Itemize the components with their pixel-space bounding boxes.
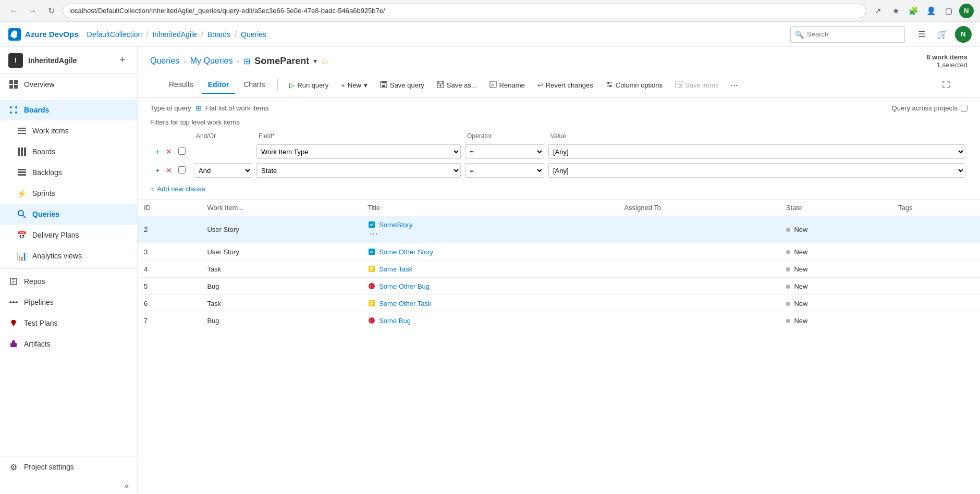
search-icon: 🔍 [795,30,804,39]
state-text: New [794,265,807,273]
sidebar-collapse-button[interactable]: « [0,477,137,494]
sidebar-item-repos[interactable]: Repos [0,271,137,292]
sidebar-item-overview[interactable]: Overview [0,74,137,95]
tab-results[interactable]: Results [163,76,200,94]
work-item-title-link[interactable]: ! Some Bug [368,316,611,325]
filter-field-select[interactable]: State [256,163,461,178]
cell-title: ! Some Bug [361,312,618,329]
sidebar-item-analytics-views[interactable]: 📊 Analytics views [0,245,137,266]
breadcrumb-inherited-agile[interactable]: InheritedAgile [152,30,197,39]
profile-icon[interactable]: 👤 [924,4,938,18]
bookmark-icon[interactable]: ★ [888,4,903,18]
work-item-title-link[interactable]: Some Other Task [368,299,611,307]
filter-field-select[interactable]: Work Item Type [256,144,461,159]
work-item-title-link[interactable]: Some Task [368,265,611,273]
sidebar-item-boards-header[interactable]: Boards [0,100,137,120]
filter-add-btn[interactable]: + [152,165,163,176]
add-clause-button[interactable]: + Add new clause [150,185,967,193]
table-row[interactable]: 7 Bug ! Some Bug New [138,312,980,329]
selected-count: 1 selected [937,61,967,69]
filter-remove-btn[interactable]: ✕ [164,165,174,176]
row-ellipsis-button[interactable]: ⋯ [368,228,380,239]
rename-button[interactable]: A Rename [484,78,530,93]
query-across-checkbox[interactable] [961,105,967,112]
page-title-star-icon[interactable]: ☆ [321,56,328,66]
breadcrumb-default-collection[interactable]: DefaultCollection [87,30,142,39]
search-box[interactable]: 🔍 [790,26,905,43]
revert-changes-button[interactable]: ↩ Revert changes [532,78,598,92]
filter-andor-select[interactable]: AndOr [194,163,252,178]
tab-editor[interactable]: Editor [202,76,235,94]
sidebar-item-backlogs[interactable]: Backlogs [0,162,137,183]
share-icon[interactable]: ↗ [871,4,885,18]
sidebar-item-sprints[interactable]: ⚡ Sprints [0,183,137,204]
sidebar-item-artifacts[interactable]: Artifacts [0,334,137,354]
user-avatar[interactable]: N [955,26,972,43]
filter-row-checkbox[interactable] [178,147,186,155]
back-button[interactable]: ← [6,4,21,18]
breadcrumb-boards[interactable]: Boards [207,30,230,39]
table-row[interactable]: 2 User Story SomeStory ⋯ New [138,216,980,243]
tab-charts[interactable]: Charts [237,76,271,94]
svg-point-39 [369,283,375,289]
forward-button[interactable]: → [25,4,40,18]
sidebar-item-work-items[interactable]: Work items [0,120,137,141]
sidebar-item-delivery-plans[interactable]: 📅 Delivery Plans [0,225,137,245]
breadcrumb-my-queries-link[interactable]: My Queries [190,56,233,66]
state-text: New [794,282,807,290]
cell-title: SomeStory ⋯ [361,216,618,243]
browser-chrome: ← → ↻ localhost/DefaultCollection/Inheri… [0,0,980,22]
cell-work-item-type: User Story [201,243,361,261]
artifacts-icon [8,339,19,349]
cell-tags [892,278,980,295]
boards-label: Boards [32,147,55,156]
sidebar-item-project-settings[interactable]: ⚙ Project settings [0,456,137,477]
search-input[interactable] [807,30,900,38]
work-item-title-link[interactable]: ! Some Other Bug [368,282,611,290]
sidebar-item-boards[interactable]: Boards [0,141,137,162]
work-item-title-link[interactable]: SomeStory [368,220,611,229]
extension-icon[interactable]: 🧩 [906,4,921,18]
save-query-button[interactable]: Save query [375,78,430,93]
backlogs-icon [17,167,27,178]
cell-state: New [780,278,892,295]
sidebar-add-button[interactable]: + [116,54,129,67]
reload-button[interactable]: ↻ [44,4,58,18]
new-button[interactable]: + New ▾ [336,78,373,92]
filter-remove-btn[interactable]: ✕ [164,146,174,157]
filter-value-select[interactable]: [Any] [548,163,965,178]
filters-header-text: Filters for top level work items [150,118,240,126]
address-bar[interactable]: localhost/DefaultCollection/InheritedAgi… [63,4,866,18]
filter-row-checkbox[interactable] [178,166,186,174]
filter-value-select[interactable]: [Any] [548,144,965,159]
bag-icon[interactable]: 🛒 [934,26,951,43]
browser-user-avatar[interactable]: N [959,4,974,18]
table-row[interactable]: 4 Task Some Task New [138,261,980,278]
table-row[interactable]: 3 User Story Some Other Story New [138,243,980,261]
window-icon[interactable]: ▢ [941,4,956,18]
filter-operator-select[interactable]: = [465,144,544,159]
sidebar-item-queries[interactable]: Queries [0,204,137,225]
table-row[interactable]: 5 Bug ! Some Other Bug New [138,278,980,295]
list-icon[interactable]: ☰ [913,26,930,43]
filter-add-btn[interactable]: + [152,146,163,157]
column-options-button[interactable]: Column options [601,78,668,93]
page-title-chevron-icon[interactable]: ▾ [313,57,317,65]
sidebar-item-test-plans[interactable]: Test Plans [0,313,137,334]
breadcrumb-queries-link[interactable]: Queries [150,56,179,66]
svg-rect-9 [18,130,26,131]
sidebar-item-pipelines[interactable]: Pipelines [0,292,137,313]
more-options-button[interactable]: ⋯ [726,78,743,92]
work-item-title-link[interactable]: Some Other Story [368,248,611,256]
breadcrumb-queries[interactable]: Queries [241,30,266,39]
cell-id: 4 [138,261,201,278]
page-title: SomeParent [254,56,309,67]
save-as-button[interactable]: Save as... [432,78,482,93]
revert-icon: ↩ [537,81,543,89]
save-items-button[interactable]: Save items [670,78,724,93]
filter-operator-select[interactable]: = [465,163,544,178]
table-row[interactable]: 6 Task Some Other Task New [138,295,980,312]
expand-icon [942,81,950,90]
expand-button[interactable] [937,78,955,93]
run-query-button[interactable]: ▷ Run query [284,78,334,92]
